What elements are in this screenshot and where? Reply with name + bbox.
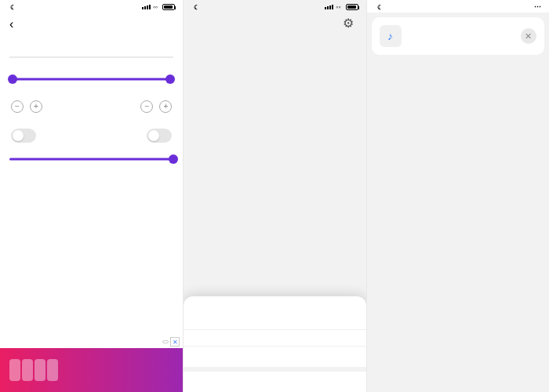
- dnd-icon: ☾: [10, 4, 16, 11]
- ad-banner[interactable]: ✕: [0, 348, 183, 392]
- dnd-icon: ☾: [194, 4, 199, 11]
- end-minus-button[interactable]: −: [140, 100, 153, 113]
- share-header: ♪ ✕: [372, 17, 544, 55]
- start-stepper: − +: [11, 100, 42, 113]
- fadein-toggle[interactable]: [11, 129, 36, 143]
- tag-section-label: [184, 296, 365, 307]
- clip-range-slider[interactable]: [9, 74, 173, 85]
- start-minus-button[interactable]: −: [11, 100, 24, 113]
- edit-actions-link[interactable]: [367, 78, 549, 97]
- fadeout-toggle[interactable]: [147, 129, 172, 143]
- file-thumb-icon: ♪: [380, 25, 402, 47]
- end-stepper: − +: [140, 100, 172, 113]
- status-bar: ☾ ◦◦: [184, 0, 365, 13]
- export-section-label: [184, 318, 365, 329]
- more-icon: ⋯: [534, 3, 541, 11]
- signal-icon: [325, 5, 333, 9]
- close-button[interactable]: ✕: [521, 28, 536, 44]
- toolbar: [184, 42, 365, 56]
- wifi-icon: ◦◦: [153, 3, 158, 11]
- share-apps-row: [367, 55, 549, 74]
- status-bar: ☾ ⋯: [367, 0, 549, 13]
- delete-action[interactable]: [184, 346, 365, 367]
- page-title: [184, 30, 365, 42]
- end-plus-button[interactable]: +: [159, 100, 172, 113]
- nav-bar: ‹: [0, 13, 183, 36]
- battery-icon: [346, 4, 358, 10]
- signal-icon: [142, 5, 151, 9]
- status-bar: ☾ ◦◦: [0, 0, 183, 13]
- action-sheet: [184, 296, 365, 392]
- tag-row: [184, 307, 365, 318]
- volume-slider[interactable]: [9, 154, 173, 165]
- settings-button[interactable]: ⚙: [343, 16, 357, 30]
- back-button[interactable]: ‹: [9, 17, 13, 31]
- export-row: [184, 329, 365, 346]
- ad-info-chip[interactable]: [162, 340, 169, 343]
- waveform[interactable]: [9, 45, 173, 69]
- battery-icon: [162, 4, 175, 10]
- wifi-icon: ◦◦: [336, 3, 340, 11]
- start-plus-button[interactable]: +: [30, 100, 42, 113]
- cancel-action[interactable]: [184, 367, 365, 392]
- dnd-icon: ☾: [377, 4, 383, 11]
- ad-close-button[interactable]: ✕: [170, 337, 180, 347]
